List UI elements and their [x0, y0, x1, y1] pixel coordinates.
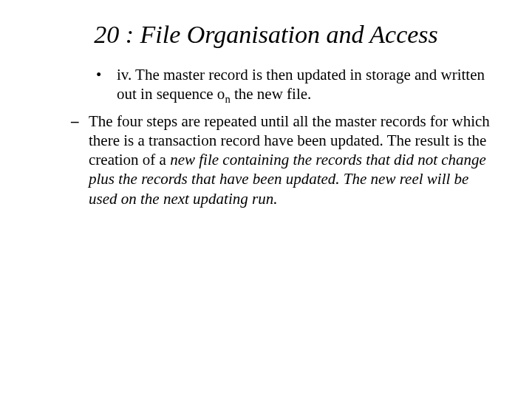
slide: 20 : File Organisation and Access • iv. …: [0, 0, 532, 399]
list-item: – The four steps are repeated until all …: [35, 112, 497, 208]
text-run: the new file.: [231, 85, 312, 103]
slide-title: 20 : File Organisation and Access: [35, 21, 497, 49]
body-text: The four steps are repeated until all th…: [89, 112, 497, 208]
bullet-icon: •: [96, 65, 101, 84]
subscript: n: [225, 93, 230, 105]
slide-body: • iv. The master record is then updated …: [35, 65, 497, 208]
body-text: iv. The master record is then updated in…: [117, 65, 497, 104]
dash-icon: –: [71, 112, 79, 131]
list-item: • iv. The master record is then updated …: [35, 65, 497, 104]
